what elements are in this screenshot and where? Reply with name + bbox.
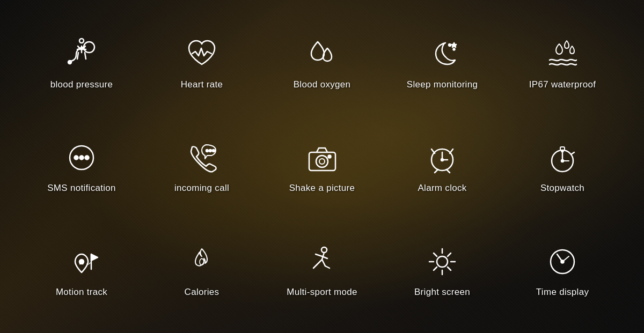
svg-point-8 [74,156,78,159]
stopwatch-icon [544,139,581,176]
blood-pressure-icon [63,35,100,73]
svg-point-6 [453,49,455,50]
blood-oxygen-icon [303,35,341,73]
svg-line-48 [434,267,437,270]
svg-point-17 [328,155,331,158]
motion-track-label: Motion track [56,287,107,298]
multi-sport-label: Multi-sport mode [287,287,357,298]
features-grid: blood pressure Heart rate Blood oxygen [0,0,644,333]
svg-point-32 [321,247,327,253]
stopwatch-label: Stopwatch [540,183,584,194]
feature-sms: SMS notification [21,115,142,219]
time-display-icon [544,243,581,280]
svg-line-39 [325,266,330,268]
svg-point-11 [206,150,208,152]
heart-rate-label: Heart rate [181,79,223,90]
waterproof-icon [544,35,581,73]
bright-screen-label: Bright screen [414,287,470,298]
feature-blood-pressure: blood pressure [21,11,142,115]
feature-motion-track: A Motion track [21,218,142,322]
feature-blood-oxygen: Blood oxygen [262,11,382,115]
svg-line-37 [322,260,325,266]
feature-stopwatch: Stopwatch [502,115,623,219]
sms-icon [63,139,100,176]
svg-point-28 [561,150,563,152]
svg-point-52 [561,260,564,263]
motion-track-icon: A [63,243,100,280]
calories-label: Calories [185,287,219,298]
svg-line-34 [316,254,322,256]
feature-incoming-call: incoming call [142,115,262,219]
svg-line-47 [448,253,451,256]
svg-point-12 [209,150,211,152]
sleep-monitoring-icon [423,35,461,73]
multi-sport-icon [303,243,341,280]
svg-line-36 [317,260,322,265]
svg-point-27 [561,160,564,162]
feature-calories: Calories [142,218,262,322]
svg-point-10 [85,156,89,159]
svg-point-1 [68,61,71,64]
svg-point-9 [79,156,83,159]
svg-line-45 [434,253,437,256]
svg-point-16 [319,159,325,164]
blood-oxygen-label: Blood oxygen [294,79,351,90]
waterproof-label: IP67 waterproof [529,79,596,90]
incoming-call-icon [183,139,221,176]
sleep-monitoring-label: Sleep monitoring [407,79,478,90]
feature-waterproof: IP67 waterproof [502,11,623,115]
feature-bright-screen: Bright screen [382,218,502,322]
svg-line-46 [448,267,451,270]
heart-rate-icon [183,35,221,73]
shake-picture-label: Shake a picture [289,183,355,194]
calories-icon [183,243,221,280]
feature-multi-sport: Multi-sport mode [262,218,382,322]
feature-time-display: Time display [502,218,623,322]
bright-screen-icon [423,243,461,280]
time-display-label: Time display [536,287,589,298]
svg-point-40 [437,256,448,267]
feature-heart-rate: Heart rate [142,11,262,115]
incoming-call-label: incoming call [174,183,229,194]
svg-line-38 [313,265,317,268]
feature-sleep-monitoring: Sleep monitoring [382,11,502,115]
alarm-clock-icon [423,139,461,176]
svg-point-13 [213,150,215,152]
feature-alarm-clock: Alarm clock [382,115,502,219]
svg-point-2 [79,39,84,43]
svg-text:A: A [80,260,83,265]
alarm-clock-label: Alarm clock [418,183,466,194]
blood-pressure-label: blood pressure [50,79,113,90]
camera-icon [303,139,341,176]
svg-point-15 [316,156,328,167]
svg-point-21 [441,159,443,161]
svg-point-5 [449,44,451,46]
feature-shake-picture: Shake a picture [262,115,382,219]
sms-label: SMS notification [47,183,116,194]
